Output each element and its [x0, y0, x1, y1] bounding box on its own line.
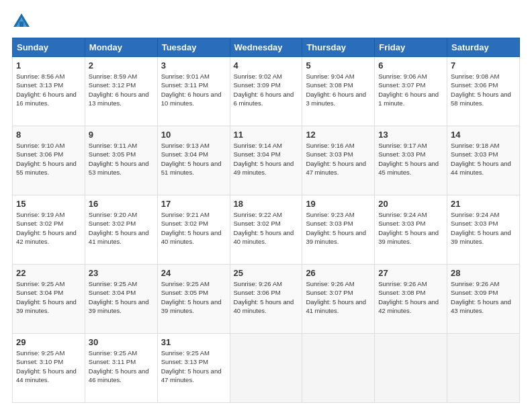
daylight: Daylight: 5 hours and 51 minutes. [161, 160, 222, 176]
day-number: 5 [306, 60, 371, 71]
day-info: Sunrise: 9:26 AM Sunset: 3:09 PM Dayligh… [451, 279, 516, 315]
sunrise: Sunrise: 9:24 AM [451, 211, 499, 218]
sunset: Sunset: 3:03 PM [378, 220, 425, 227]
sunrise: Sunrise: 9:04 AM [306, 73, 354, 80]
daylight: Daylight: 5 hours and 39 minutes. [451, 229, 511, 245]
sunset: Sunset: 3:02 PM [234, 220, 281, 227]
day-number: 27 [378, 268, 443, 278]
sunrise: Sunrise: 9:25 AM [16, 349, 64, 357]
sunrise: Sunrise: 9:01 AM [161, 73, 210, 80]
calendar-cell: 11 Sunrise: 9:14 AM Sunset: 3:04 PM Dayl… [230, 126, 302, 195]
sunset: Sunset: 3:04 PM [234, 150, 281, 158]
day-info: Sunrise: 8:56 AM Sunset: 3:13 PM Dayligh… [16, 72, 81, 107]
sunset: Sunset: 3:05 PM [89, 150, 136, 158]
calendar-cell [230, 334, 302, 403]
sunset: Sunset: 3:09 PM [234, 81, 281, 89]
col-header-wednesday: Wednesday [230, 38, 302, 57]
sunrise: Sunrise: 9:18 AM [451, 142, 499, 149]
daylight: Daylight: 5 hours and 39 minutes. [89, 298, 149, 314]
day-number: 14 [451, 130, 516, 140]
sunset: Sunset: 3:06 PM [451, 81, 498, 89]
col-header-monday: Monday [85, 38, 157, 57]
sunset: Sunset: 3:13 PM [161, 358, 208, 365]
day-info: Sunrise: 9:20 AM Sunset: 3:02 PM Dayligh… [89, 210, 154, 246]
daylight: Daylight: 5 hours and 41 minutes. [89, 229, 149, 245]
sunset: Sunset: 3:08 PM [378, 289, 425, 296]
calendar-cell: 15 Sunrise: 9:19 AM Sunset: 3:02 PM Dayl… [13, 195, 85, 265]
day-number: 6 [378, 60, 443, 71]
calendar-cell: 8 Sunrise: 9:10 AM Sunset: 3:06 PM Dayli… [13, 126, 85, 195]
day-number: 28 [451, 268, 516, 278]
day-number: 13 [378, 130, 443, 140]
calendar-cell: 9 Sunrise: 9:11 AM Sunset: 3:05 PM Dayli… [85, 126, 157, 195]
calendar-cell: 31 Sunrise: 9:25 AM Sunset: 3:13 PM Dayl… [157, 334, 230, 403]
col-header-tuesday: Tuesday [157, 38, 230, 57]
daylight: Daylight: 5 hours and 40 minutes. [161, 229, 222, 245]
daylight: Daylight: 5 hours and 45 minutes. [378, 160, 439, 176]
sunrise: Sunrise: 9:08 AM [451, 73, 499, 80]
sunrise: Sunrise: 9:25 AM [161, 349, 210, 357]
day-info: Sunrise: 9:25 AM Sunset: 3:10 PM Dayligh… [16, 349, 81, 384]
day-number: 3 [161, 60, 226, 71]
calendar-cell: 16 Sunrise: 9:20 AM Sunset: 3:02 PM Dayl… [85, 195, 157, 265]
sunrise: Sunrise: 9:06 AM [378, 73, 427, 80]
daylight: Daylight: 6 hours and 13 minutes. [89, 91, 149, 107]
sunset: Sunset: 3:02 PM [89, 220, 136, 227]
calendar-cell: 1 Sunrise: 8:56 AM Sunset: 3:13 PM Dayli… [13, 57, 85, 126]
sunrise: Sunrise: 9:26 AM [234, 280, 282, 287]
day-info: Sunrise: 9:17 AM Sunset: 3:03 PM Dayligh… [378, 141, 443, 177]
sunrise: Sunrise: 9:25 AM [89, 349, 137, 357]
calendar-cell: 20 Sunrise: 9:24 AM Sunset: 3:03 PM Dayl… [375, 195, 447, 265]
sunset: Sunset: 3:03 PM [451, 220, 498, 227]
day-number: 10 [161, 130, 226, 140]
calendar-header-row: SundayMondayTuesdayWednesdayThursdayFrid… [13, 38, 520, 57]
logo-icon [12, 12, 31, 31]
sunrise: Sunrise: 9:13 AM [161, 142, 210, 149]
calendar-week-3: 15 Sunrise: 9:19 AM Sunset: 3:02 PM Dayl… [13, 195, 520, 265]
sunset: Sunset: 3:07 PM [306, 289, 353, 296]
day-info: Sunrise: 9:24 AM Sunset: 3:03 PM Dayligh… [378, 210, 443, 246]
calendar-week-4: 22 Sunrise: 9:25 AM Sunset: 3:04 PM Dayl… [13, 265, 520, 334]
sunset: Sunset: 3:06 PM [234, 289, 281, 296]
day-info: Sunrise: 9:01 AM Sunset: 3:11 PM Dayligh… [161, 72, 226, 107]
calendar-cell: 14 Sunrise: 9:18 AM Sunset: 3:03 PM Dayl… [447, 126, 520, 195]
sunrise: Sunrise: 9:26 AM [306, 280, 354, 287]
day-number: 20 [378, 199, 443, 209]
sunset: Sunset: 3:04 PM [16, 289, 63, 296]
calendar-cell: 3 Sunrise: 9:01 AM Sunset: 3:11 PM Dayli… [157, 57, 230, 126]
daylight: Daylight: 6 hours and 6 minutes. [234, 91, 294, 107]
calendar-cell: 5 Sunrise: 9:04 AM Sunset: 3:08 PM Dayli… [302, 57, 375, 126]
daylight: Daylight: 5 hours and 43 minutes. [451, 298, 511, 314]
sunrise: Sunrise: 9:25 AM [161, 280, 210, 287]
day-info: Sunrise: 9:16 AM Sunset: 3:03 PM Dayligh… [306, 141, 371, 177]
day-info: Sunrise: 9:25 AM Sunset: 3:13 PM Dayligh… [161, 349, 226, 384]
day-number: 15 [16, 199, 81, 209]
sunrise: Sunrise: 8:59 AM [89, 73, 137, 80]
sunset: Sunset: 3:03 PM [306, 220, 353, 227]
calendar-cell [302, 334, 375, 403]
calendar-week-2: 8 Sunrise: 9:10 AM Sunset: 3:06 PM Dayli… [13, 126, 520, 195]
day-info: Sunrise: 9:26 AM Sunset: 3:06 PM Dayligh… [234, 279, 299, 315]
sunset: Sunset: 3:03 PM [378, 150, 425, 158]
daylight: Daylight: 5 hours and 44 minutes. [16, 367, 77, 383]
calendar-cell: 26 Sunrise: 9:26 AM Sunset: 3:07 PM Dayl… [302, 265, 375, 334]
daylight: Daylight: 6 hours and 3 minutes. [306, 91, 366, 107]
daylight: Daylight: 5 hours and 39 minutes. [378, 229, 439, 245]
calendar-cell: 21 Sunrise: 9:24 AM Sunset: 3:03 PM Dayl… [447, 195, 520, 265]
calendar-cell: 18 Sunrise: 9:22 AM Sunset: 3:02 PM Dayl… [230, 195, 302, 265]
calendar-cell: 30 Sunrise: 9:25 AM Sunset: 3:11 PM Dayl… [85, 334, 157, 403]
day-info: Sunrise: 9:18 AM Sunset: 3:03 PM Dayligh… [451, 141, 516, 177]
calendar-week-5: 29 Sunrise: 9:25 AM Sunset: 3:10 PM Dayl… [13, 334, 520, 403]
daylight: Daylight: 5 hours and 47 minutes. [161, 367, 222, 383]
sunset: Sunset: 3:10 PM [16, 358, 63, 365]
day-info: Sunrise: 9:25 AM Sunset: 3:04 PM Dayligh… [89, 279, 154, 315]
day-info: Sunrise: 9:19 AM Sunset: 3:02 PM Dayligh… [16, 210, 81, 246]
calendar-cell: 23 Sunrise: 9:25 AM Sunset: 3:04 PM Dayl… [85, 265, 157, 334]
calendar-cell: 12 Sunrise: 9:16 AM Sunset: 3:03 PM Dayl… [302, 126, 375, 195]
day-info: Sunrise: 9:23 AM Sunset: 3:03 PM Dayligh… [306, 210, 371, 246]
day-info: Sunrise: 9:11 AM Sunset: 3:05 PM Dayligh… [89, 141, 154, 177]
daylight: Daylight: 5 hours and 47 minutes. [306, 160, 366, 176]
day-info: Sunrise: 9:25 AM Sunset: 3:05 PM Dayligh… [161, 279, 226, 315]
calendar-cell [375, 334, 447, 403]
calendar-cell: 25 Sunrise: 9:26 AM Sunset: 3:06 PM Dayl… [230, 265, 302, 334]
